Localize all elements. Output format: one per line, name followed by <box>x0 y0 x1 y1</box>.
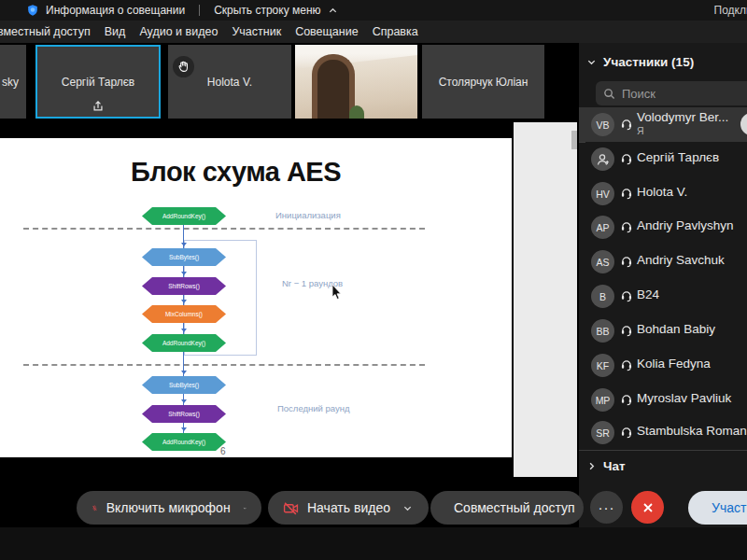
flow-arrow <box>183 225 184 248</box>
presenter-avatar-icon <box>591 147 614 171</box>
avatar: AP <box>591 216 614 239</box>
chevron-up-icon <box>328 6 338 16</box>
slide-page-number: 6 <box>220 446 226 456</box>
video-tile-sergiy[interactable]: Сергій Тарлєв <box>35 45 161 119</box>
start-video-button[interactable]: Начать видео <box>268 491 429 525</box>
headset-icon <box>620 220 633 233</box>
participants-section-header[interactable]: Участники (15) <box>586 55 694 69</box>
headset-icon <box>620 152 633 165</box>
close-icon <box>641 501 655 514</box>
participant-name: Holota V. <box>637 185 687 199</box>
flow-block-addroundkey: AddRoundKey() <box>142 433 226 451</box>
chevron-down-icon <box>586 57 597 67</box>
flow-arrow <box>183 394 184 405</box>
flow-block-subbytes: SubBytes() <box>142 376 226 394</box>
participant-row[interactable]: MP Myroslav Pavliuk <box>579 383 747 417</box>
participant-name: B24 <box>637 287 659 301</box>
headset-icon <box>620 426 633 439</box>
row-action-button[interactable] <box>740 113 747 135</box>
headset-icon <box>620 187 633 200</box>
slide-title: Блок схума AES <box>131 157 341 188</box>
menu-bar: вместный доступ Вид Аудио и видео Участн… <box>0 21 747 43</box>
windows-taskbar: e <box>0 527 747 560</box>
connect-status-label: Подключ <box>714 4 747 17</box>
unmute-button[interactable]: Включить микрофон <box>77 491 261 525</box>
menu-item-share[interactable]: вместный доступ <box>0 25 91 38</box>
leave-meeting-button[interactable] <box>631 491 664 524</box>
share-content-button[interactable]: Совместный доступ <box>430 491 584 525</box>
panel-divider <box>579 450 747 451</box>
scrollbar-thumb[interactable] <box>571 131 577 149</box>
participants-toggle-button[interactable]: Участн <box>688 491 747 525</box>
annotation-initialization: Инициализация <box>275 210 341 220</box>
camera-off-icon <box>283 500 299 516</box>
participant-row[interactable]: SR Stambulska Romann <box>579 415 747 450</box>
headset-icon <box>620 255 633 268</box>
participant-name: Andriy Savchuk <box>637 253 725 267</box>
participant-row[interactable]: B B24 <box>579 279 747 314</box>
title-bar: Информация о совещании Скрыть строку мен… <box>0 0 747 21</box>
headset-icon <box>620 118 633 131</box>
participant-name: Myroslav Pavliuk <box>637 391 731 405</box>
menu-item-participant[interactable]: Участник <box>232 25 281 38</box>
mouse-cursor <box>331 285 343 301</box>
dashed-separator <box>23 364 425 366</box>
flow-arrow <box>183 323 184 334</box>
avatar: BB <box>591 319 614 343</box>
flow-arrow <box>183 295 184 305</box>
headset-icon <box>620 393 633 406</box>
avatar: KF <box>591 354 614 377</box>
participant-row[interactable]: AS Andriy Savchuk <box>579 245 747 279</box>
menu-item-view[interactable]: Вид <box>105 25 126 38</box>
avatar: VB <box>591 113 614 136</box>
dashed-separator <box>23 228 425 230</box>
participant-row[interactable]: KF Kolia Fedyna <box>579 348 747 383</box>
tile-name: Столярчук Юліан <box>422 76 544 89</box>
search-icon <box>603 88 615 100</box>
participant-row[interactable]: BB Bohdan Babiy <box>579 314 747 348</box>
participant-row-me[interactable]: VB Volodymyr Ber... Я <box>579 107 747 142</box>
shared-slide: Блок схума AES AddRoundKey() SubBytes() … <box>0 138 512 457</box>
flow-arrow <box>183 266 184 277</box>
chevron-down-icon[interactable] <box>243 503 247 513</box>
participant-name: Kolia Fedyna <box>637 357 711 371</box>
headset-icon <box>620 289 633 302</box>
webex-meeting-window: Информация о совещании Скрыть строку мен… <box>0 0 747 560</box>
flow-block-mixcolumns: MixColumns() <box>142 305 226 323</box>
chevron-down-icon[interactable] <box>402 503 413 513</box>
chat-section-header[interactable]: Чат <box>586 459 626 473</box>
avatar: MP <box>591 388 614 412</box>
video-tile-partial[interactable]: sky <box>0 45 26 119</box>
meeting-info-button[interactable]: Информация о совещании <box>46 4 185 17</box>
participant-row[interactable]: AP Andriy Pavlyshyn <box>579 210 747 245</box>
video-tile-camera-feed[interactable] <box>295 45 417 119</box>
flow-block-shiftrows: ShiftRows() <box>142 277 226 295</box>
menu-item-audio-video[interactable]: Аудио и видео <box>139 25 218 38</box>
video-tile-holota[interactable]: Holota V. <box>168 45 291 119</box>
participant-name: Stambulska Romann <box>637 424 747 438</box>
unmute-label: Включить микрофон <box>106 500 231 515</box>
video-tile-stolyarchuk[interactable]: Столярчук Юліан <box>422 45 544 119</box>
participant-row[interactable]: HV Holota V. <box>579 176 747 211</box>
participants-toggle-label: Участн <box>712 500 747 515</box>
more-options-button[interactable]: ··· <box>590 491 623 524</box>
participant-name: Volodymyr Ber... <box>637 110 728 124</box>
mic-off-icon <box>92 500 98 516</box>
search-input[interactable] <box>622 87 725 101</box>
participant-me-label: Я <box>637 125 644 136</box>
participant-name: Andriy Pavlyshyn <box>637 218 734 232</box>
hide-menu-button[interactable]: Скрыть строку меню <box>214 4 320 17</box>
start-video-label: Начать видео <box>307 500 390 515</box>
avatar: HV <box>591 182 614 205</box>
avatar: B <box>591 285 614 308</box>
tile-name: sky <box>0 76 26 89</box>
flow-arrow <box>183 422 184 433</box>
menu-item-help[interactable]: Справка <box>373 25 418 38</box>
flow-block-subbytes: SubBytes() <box>142 248 226 266</box>
meeting-security-shield-icon[interactable] <box>26 4 39 17</box>
chat-header-label: Чат <box>603 459 626 473</box>
participant-search[interactable] <box>596 81 747 105</box>
participant-row[interactable]: Сергій Тарлєв <box>579 142 747 176</box>
avatar: AS <box>591 250 614 273</box>
menu-item-meeting[interactable]: Совещание <box>295 25 359 38</box>
